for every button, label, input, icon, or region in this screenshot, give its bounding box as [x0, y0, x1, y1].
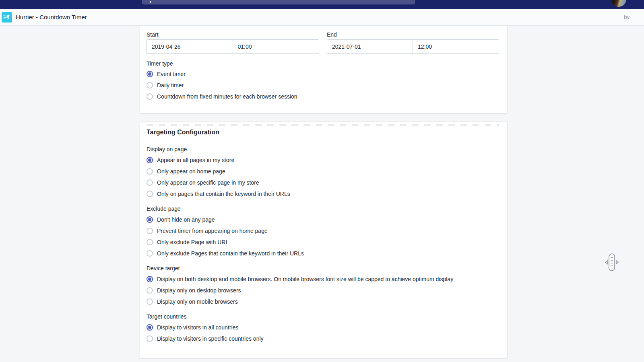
timer-settings-card: Start End: [140, 26, 507, 113]
targeting-groups: Display on pageAppear in all pages in my…: [147, 146, 501, 344]
radio-option-label: Only on pages that contain the keyword i…: [157, 191, 290, 197]
radio-option[interactable]: Display on both desktop and mobile brows…: [147, 274, 501, 285]
radio-option[interactable]: Only appear on home page: [147, 166, 501, 177]
end-datetime-compound: [327, 39, 499, 54]
targeting-card-title: Targeting Configuration: [147, 128, 501, 136]
radio-selected-icon[interactable]: [147, 71, 153, 77]
hurrier-app-icon: [2, 12, 12, 23]
radio-option-label: Only exclude Page with URL: [157, 239, 229, 245]
radio-option-label: Display only on mobile browsers: [157, 298, 238, 305]
radio-option[interactable]: Display only on desktop browsers: [147, 285, 501, 296]
radio-unselected-icon[interactable]: [147, 191, 153, 197]
radio-option[interactable]: Only on pages that contain the keyword i…: [147, 188, 501, 200]
ghost-dashes-decoration: [147, 124, 499, 126]
radio-option[interactable]: Don't hide on any page: [147, 214, 501, 225]
targeting-configuration-card: Targeting Configuration Display on pageA…: [140, 122, 507, 358]
radio-option[interactable]: Only exclude Page with URL: [147, 237, 501, 248]
user-avatar[interactable]: [611, 0, 626, 7]
radio-option[interactable]: Display to visitors in specific countrie…: [147, 333, 501, 344]
targeting-field-group: Display on pageAppear in all pages in my…: [147, 146, 501, 200]
radio-option-label: Event timer: [157, 71, 186, 77]
radio-option[interactable]: Event timer: [147, 68, 501, 80]
radio-unselected-icon[interactable]: [147, 228, 153, 234]
radio-selected-icon[interactable]: [147, 157, 153, 163]
radio-unselected-icon[interactable]: [147, 82, 153, 88]
radio-unselected-icon[interactable]: [147, 179, 153, 186]
radio-option[interactable]: Prevent timer from appearing on home pag…: [147, 225, 501, 237]
start-time-input[interactable]: [233, 40, 319, 53]
radio-option-label: Display to visitors in specific countrie…: [157, 335, 264, 342]
admin-search-bar[interactable]: [142, 0, 415, 4]
group-label: Target countries: [147, 313, 501, 320]
radio-option-label: Display only on desktop browsers: [157, 287, 241, 294]
radio-option[interactable]: Appear in all pages in my store: [147, 154, 501, 166]
radio-option-label: Appear in all pages in my store: [157, 157, 234, 163]
targeting-field-group: Exclude pageDon't hide on any pagePreven…: [147, 206, 501, 259]
radio-option-label: Display on both desktop and mobile brows…: [157, 276, 453, 282]
radio-option[interactable]: Display to visitors in all countries: [147, 322, 501, 333]
search-icon: [150, 1, 151, 3]
group-label: Display on page: [147, 146, 501, 152]
radio-option-label: Don't hide on any page: [157, 216, 215, 223]
radio-unselected-icon[interactable]: [147, 239, 153, 245]
end-label: End: [327, 31, 499, 38]
timer-type-label: Timer type: [147, 60, 501, 67]
end-field-group: End: [327, 31, 499, 54]
page-title: Hurrier - Countdown Timer: [16, 14, 87, 21]
radio-option[interactable]: Daily timer: [147, 80, 501, 91]
radio-unselected-icon[interactable]: [147, 335, 153, 342]
speed-glyph-icon: [2, 13, 11, 22]
radio-option-label: Countdown from fixed minutes for each br…: [157, 93, 297, 100]
start-field-group: Start: [147, 31, 319, 54]
targeting-field-group: Device targetDisplay on both desktop and…: [147, 265, 501, 307]
app-header: Hurrier - Countdown Timer by: [0, 9, 644, 26]
end-date-input[interactable]: [327, 40, 413, 53]
radio-option-label: Only appear on home page: [157, 168, 225, 175]
radio-option[interactable]: Only appear on specific page in my store: [147, 177, 501, 188]
radio-selected-icon[interactable]: [147, 276, 153, 282]
radio-option-label: Daily timer: [157, 82, 184, 88]
group-label: Device target: [147, 265, 501, 272]
radio-unselected-icon[interactable]: [147, 298, 153, 305]
radio-option-label: Only exclude Pages that contain the keyw…: [157, 250, 304, 257]
start-date-input[interactable]: [147, 40, 233, 53]
targeting-field-group: Target countriesDisplay to visitors in a…: [147, 313, 501, 344]
main-content: Start End: [0, 26, 644, 362]
start-datetime-compound: [147, 39, 319, 54]
group-label: Exclude page: [147, 206, 501, 212]
end-time-input[interactable]: [413, 40, 499, 53]
start-label: Start: [147, 31, 319, 38]
radio-unselected-icon[interactable]: [147, 168, 153, 175]
radio-selected-icon[interactable]: [147, 216, 153, 223]
timer-type-group: Timer type Event timerDaily timerCountdo…: [147, 60, 501, 102]
radio-unselected-icon[interactable]: [147, 93, 153, 100]
radio-selected-icon[interactable]: [147, 324, 153, 331]
byline-text: by: [624, 14, 630, 20]
radio-option[interactable]: Countdown from fixed minutes for each br…: [147, 91, 501, 102]
radio-unselected-icon[interactable]: [147, 287, 153, 294]
admin-topbar: [0, 0, 644, 9]
radio-option-label: Display to visitors in all countries: [157, 324, 238, 331]
autoscroll-cursor-icon: [604, 253, 620, 273]
radio-option-label: Only appear on specific page in my store: [157, 179, 259, 186]
radio-option[interactable]: Only exclude Pages that contain the keyw…: [147, 248, 501, 259]
radio-unselected-icon[interactable]: [147, 250, 153, 257]
radio-option[interactable]: Display only on mobile browsers: [147, 296, 501, 307]
radio-option-label: Prevent timer from appearing on home pag…: [157, 228, 268, 234]
